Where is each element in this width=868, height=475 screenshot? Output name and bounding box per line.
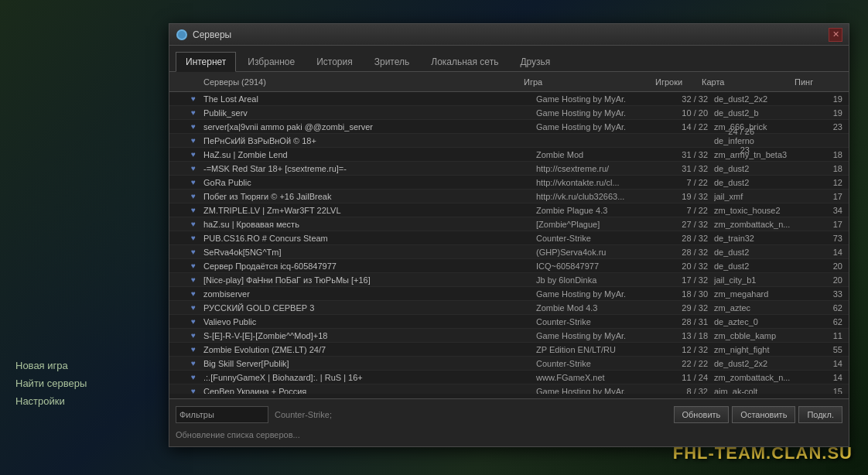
favorite-icon: ♥ bbox=[191, 359, 196, 367]
server-name: server[xa|9vnii ammo paki @@zombi_server bbox=[200, 122, 536, 132]
server-players: 28 / 32 bbox=[668, 234, 714, 243]
sidebar-item-settings[interactable]: Настройки bbox=[15, 395, 162, 407]
server-name: The Lost Areal bbox=[200, 94, 536, 104]
server-players: 12 / 32 bbox=[668, 345, 714, 354]
server-game: http://csextreme.ru/ bbox=[536, 164, 668, 173]
dialog-titlebar: Серверы ✕ bbox=[169, 24, 849, 46]
table-row[interactable]: ♥ СерВер Украина + Россия Game Hosting b… bbox=[169, 384, 849, 394]
server-ping: 34 bbox=[807, 206, 846, 215]
row-fav: ♥ bbox=[186, 206, 200, 214]
server-game: Counter-Strike bbox=[536, 234, 668, 243]
row-fav: ♥ bbox=[186, 317, 200, 326]
tab-bar: Интернет Избранное История Зритель Локал… bbox=[169, 46, 849, 72]
table-row[interactable]: ♥ Publik_serv Game Hosting by MyAr. 10 /… bbox=[169, 106, 849, 120]
sidebar-item-new-game[interactable]: Новая игра bbox=[15, 360, 162, 371]
server-game: [Zombie^Plague] bbox=[536, 220, 668, 229]
filter-input[interactable] bbox=[176, 406, 268, 423]
stop-button[interactable]: Остановить bbox=[732, 406, 795, 423]
action-buttons: Обновить Остановить Подкл. bbox=[674, 406, 842, 423]
server-ping: 18 bbox=[807, 150, 846, 159]
favorite-icon: ♥ bbox=[191, 303, 196, 312]
server-ping: 20 bbox=[807, 261, 846, 271]
col-server-header[interactable]: Серверы (2914) bbox=[200, 77, 524, 87]
table-row[interactable]: ♥ GoRa Public http://vkontakte.ru/cl... … bbox=[169, 176, 849, 190]
table-row[interactable]: ♥ The Lost Areal Game Hosting by MyAr. 3… bbox=[169, 92, 849, 106]
server-name: Valievo Public bbox=[200, 317, 536, 326]
table-row[interactable]: ♥ ZM.TRIPLE.LV | Zm+War3FT 22LVL Zombie … bbox=[169, 203, 849, 217]
favorite-icon: ♥ bbox=[191, 234, 196, 242]
server-ping: 62 bbox=[807, 303, 846, 313]
table-row[interactable]: ♥ HaZ.su | Zombie Lend Zombie Mod 31 / 3… bbox=[169, 148, 849, 162]
col-players-header[interactable]: Игроки bbox=[655, 77, 702, 87]
table-row[interactable]: ♥ Valievo Public Counter-Strike 28 / 31 … bbox=[169, 315, 849, 329]
table-row[interactable]: ♥ zombiserver Game Hosting by MyAr. 18 /… bbox=[169, 287, 849, 301]
table-row[interactable]: ♥ .:.[FunnyGameX | Biohazard]:. | RuS | … bbox=[169, 371, 849, 384]
server-players: 27 / 32 bbox=[668, 220, 714, 229]
table-scroll[interactable]: ♥ The Lost Areal Game Hosting by MyAr. 3… bbox=[169, 92, 849, 394]
server-game: ZP Edition EN/LT/RU bbox=[536, 345, 668, 354]
favorite-icon: ♥ bbox=[191, 289, 196, 298]
table-row[interactable]: ♥ Сервер Продаётся icq-605847977 ICQ~605… bbox=[169, 259, 849, 273]
server-players: 24 / 26 bbox=[714, 127, 760, 136]
server-map: de_dust2_2x2 bbox=[714, 359, 807, 368]
refresh-button[interactable]: Обновить bbox=[674, 406, 730, 423]
favorite-icon: ♥ bbox=[191, 150, 196, 159]
row-fav: ♥ bbox=[186, 192, 200, 200]
server-name: zombiserver bbox=[200, 289, 536, 299]
close-button[interactable]: ✕ bbox=[829, 28, 842, 42]
server-map: aim_ak-colt bbox=[714, 387, 807, 395]
table-row[interactable]: ♥ ПеРнСкИй ВзРыВнОй © 18+ 24 / 26 de_inf… bbox=[169, 134, 849, 148]
tab-history[interactable]: История bbox=[306, 52, 363, 71]
table-row[interactable]: ♥ Zombie Evolution (ZME.LT) 24/7 ZP Edit… bbox=[169, 343, 849, 357]
steam-icon bbox=[176, 29, 187, 40]
connect-button[interactable]: Подкл. bbox=[798, 406, 842, 423]
server-players: 28 / 31 bbox=[668, 317, 714, 326]
tab-friends[interactable]: Друзья bbox=[510, 52, 560, 71]
server-name: СерВер Украина + Россия bbox=[200, 387, 536, 395]
row-fav: ♥ bbox=[186, 150, 200, 159]
server-map: de_dust2_b bbox=[714, 108, 807, 118]
col-ping-header[interactable]: Пинг bbox=[795, 77, 833, 87]
server-players: 31 / 32 bbox=[668, 150, 714, 159]
tab-spectator[interactable]: Зритель bbox=[364, 52, 420, 71]
favorite-icon: ♥ bbox=[191, 387, 196, 394]
table-row[interactable]: ♥ SeRva4ok[5NG^Tm] (GHP)Serva4ok.ru 28 /… bbox=[169, 245, 849, 259]
server-players: 32 / 32 bbox=[668, 94, 714, 104]
table-row[interactable]: ♥ Побег из Тюряги © +16 JailBreak http:/… bbox=[169, 190, 849, 203]
sidebar-item-find-servers[interactable]: Найти серверы bbox=[15, 378, 162, 389]
server-name: -=MSK Red Star 18+ [csextreme.ru]=- bbox=[200, 164, 536, 173]
server-name: Zombie Evolution (ZME.LT) 24/7 bbox=[200, 345, 536, 354]
server-players: 8 / 32 bbox=[668, 387, 714, 395]
table-row[interactable]: ♥ -=MSK Red Star 18+ [csextreme.ru]=- ht… bbox=[169, 162, 849, 176]
table-row[interactable]: ♥ [Nice-play] ФаНни ПоБаГ из ТюРьМы [+16… bbox=[169, 273, 849, 287]
row-fav: ♥ bbox=[186, 234, 200, 242]
table-row[interactable]: ♥ РУССКИЙ GOLD СЕРВЕР 3 Zombie Mod 4.3 2… bbox=[169, 301, 849, 315]
col-game-header[interactable]: Игра bbox=[524, 77, 655, 87]
row-fav: ♥ bbox=[186, 275, 200, 284]
row-fav: ♥ bbox=[186, 220, 200, 228]
server-ping: 15 bbox=[807, 387, 846, 395]
bottom-bar: Counter-Strike; Обновить Остановить Подк… bbox=[169, 398, 849, 446]
server-players: 31 / 32 bbox=[668, 164, 714, 173]
row-fav: ♥ bbox=[186, 331, 200, 340]
tab-lan[interactable]: Локальная сеть bbox=[421, 52, 508, 71]
col-map-header[interactable]: Карта bbox=[702, 77, 795, 87]
table-row[interactable]: ♥ S-[E]-R-V-[E]-[Zombie^^Mod]+18 Game Ho… bbox=[169, 329, 849, 343]
tab-favorites[interactable]: Избранное bbox=[238, 52, 305, 71]
tab-internet[interactable]: Интернет bbox=[176, 52, 236, 72]
table-row[interactable]: ♥ PUB.CS16.RO # Concurs Steam Counter-St… bbox=[169, 231, 849, 245]
table-row[interactable]: ♥ haZ.su | Кровавая месть [Zombie^Plague… bbox=[169, 217, 849, 231]
server-game: Game Hosting by MyAr. bbox=[536, 94, 668, 104]
server-name: Publik_serv bbox=[200, 108, 536, 118]
server-map: de_inferno bbox=[714, 136, 807, 145]
server-ping: 33 bbox=[807, 289, 846, 299]
server-players: 7 / 22 bbox=[668, 178, 714, 187]
server-game: (GHP)Serva4ok.ru bbox=[536, 248, 668, 257]
table-row[interactable]: ♥ Big Skill Server[Publik] Counter-Strik… bbox=[169, 357, 849, 371]
server-name: HaZ.su | Zombie Lend bbox=[200, 150, 536, 159]
server-game: Game Hosting by MyAr. bbox=[536, 108, 668, 118]
server-name: [Nice-play] ФаНни ПоБаГ из ТюРьМы [+16] bbox=[200, 275, 536, 285]
server-ping: 55 bbox=[807, 345, 846, 354]
server-name: GoRa Public bbox=[200, 178, 536, 187]
server-game: http://vk.ru/club32663... bbox=[536, 192, 668, 201]
